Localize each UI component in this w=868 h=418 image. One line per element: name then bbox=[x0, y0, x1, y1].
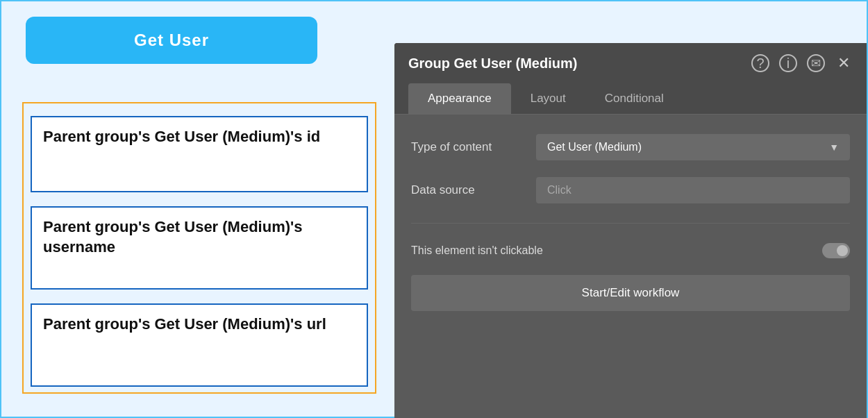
type-of-content-row: Type of content Get User (Medium) ▼ bbox=[411, 134, 850, 160]
data-source-placeholder: Click bbox=[547, 184, 571, 196]
get-user-label: Get User bbox=[134, 31, 209, 50]
clickable-label: This element isn't clickable bbox=[411, 244, 543, 257]
canvas: Get User Parent group's Get User (Medium… bbox=[0, 0, 868, 418]
panel-title: Group Get User (Medium) bbox=[408, 56, 577, 72]
clickable-row: This element isn't clickable bbox=[411, 243, 850, 258]
close-icon[interactable]: ✕ bbox=[835, 54, 853, 72]
data-source-label: Data source bbox=[411, 183, 522, 197]
tabs-bar: Appearance Layout Conditional bbox=[394, 83, 867, 115]
type-of-content-label: Type of content bbox=[411, 140, 522, 154]
type-of-content-value: Get User (Medium) bbox=[547, 141, 642, 153]
text-item-id-label: Parent group's Get User (Medium)'s id bbox=[43, 128, 320, 145]
text-item-username: Parent group's Get User (Medium)'s usern… bbox=[31, 206, 368, 290]
data-source-input[interactable]: Click bbox=[536, 177, 850, 203]
speech-icon[interactable]: ✉ bbox=[807, 54, 825, 72]
tab-appearance[interactable]: Appearance bbox=[408, 83, 511, 114]
panel-icon-group: ? i ✉ ✕ bbox=[751, 54, 853, 72]
group-box: Parent group's Get User (Medium)'s id Pa… bbox=[22, 102, 376, 394]
chevron-down-icon: ▼ bbox=[829, 142, 839, 153]
info-icon[interactable]: i bbox=[779, 54, 797, 72]
clickable-toggle[interactable] bbox=[822, 243, 850, 258]
text-item-id: Parent group's Get User (Medium)'s id bbox=[31, 116, 368, 192]
help-icon[interactable]: ? bbox=[751, 54, 769, 72]
divider-1 bbox=[411, 223, 850, 224]
type-of-content-dropdown[interactable]: Get User (Medium) ▼ bbox=[536, 134, 850, 160]
type-of-content-control: Get User (Medium) ▼ bbox=[536, 134, 850, 160]
panel-header: Group Get User (Medium) ? i ✉ ✕ bbox=[394, 43, 867, 83]
panel-body: Type of content Get User (Medium) ▼ Data… bbox=[394, 115, 867, 418]
text-item-url-label: Parent group's Get User (Medium)'s url bbox=[43, 315, 326, 333]
text-item-username-label: Parent group's Get User (Medium)'s usern… bbox=[43, 218, 303, 256]
get-user-button[interactable]: Get User bbox=[26, 17, 317, 64]
workflow-button[interactable]: Start/Edit workflow bbox=[411, 275, 850, 311]
data-source-control: Click bbox=[536, 177, 850, 203]
tab-layout[interactable]: Layout bbox=[511, 83, 585, 114]
text-item-url: Parent group's Get User (Medium)'s url bbox=[31, 303, 368, 387]
tab-conditional[interactable]: Conditional bbox=[585, 83, 683, 114]
data-source-row: Data source Click bbox=[411, 177, 850, 203]
properties-panel: Group Get User (Medium) ? i ✉ ✕ Appearan… bbox=[394, 43, 867, 418]
